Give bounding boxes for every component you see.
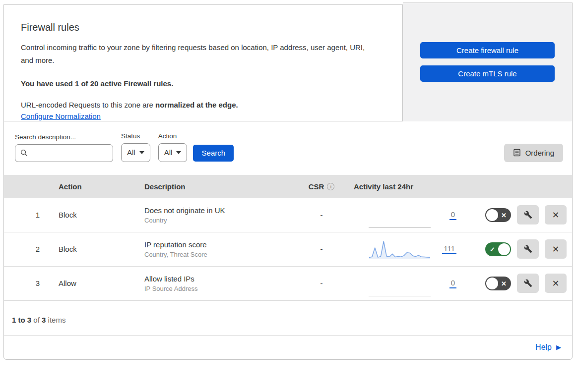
column-csr-label: CSR — [309, 182, 324, 191]
rule-index: 2 — [4, 245, 48, 253]
rule-controls: ✓ ✕ ✕ — [460, 274, 572, 293]
toggle-knob — [486, 209, 498, 221]
status-label: Status — [121, 132, 150, 140]
search-icon — [20, 149, 28, 157]
rule-index: 3 — [4, 279, 48, 287]
x-icon: ✕ — [501, 212, 507, 218]
toggle-knob — [498, 243, 510, 255]
pagination-summary: 1 to 3 of 3 items — [4, 301, 572, 335]
rule-enabled-toggle[interactable]: ✓ ✕ — [485, 242, 511, 256]
rule-action: Block — [48, 245, 133, 253]
rule-activity-cell: 111 — [346, 239, 460, 260]
column-action: Action — [48, 182, 133, 191]
normalization-text: URL-encoded Requests to this zone are — [21, 101, 155, 109]
x-icon: ✕ — [501, 280, 507, 286]
ordering-button[interactable]: Ordering — [504, 144, 563, 162]
wrench-icon — [524, 211, 532, 219]
activity-sparkline — [369, 211, 431, 228]
search-input[interactable] — [32, 149, 108, 158]
action-label: Action — [158, 132, 188, 140]
search-group: Search description... — [15, 133, 113, 162]
delete-rule-button[interactable]: ✕ — [545, 205, 567, 224]
info-icon[interactable]: i — [327, 183, 334, 190]
rule-description: IP reputation score — [144, 240, 297, 249]
action-selected-value: All — [164, 148, 173, 157]
summary-range: 1 to 3 — [12, 316, 31, 324]
rule-index: 1 — [4, 211, 48, 219]
rule-csr-value: - — [297, 211, 346, 219]
firewall-rules-page: Firewall rules Control incoming traffic … — [3, 2, 573, 360]
rule-criteria: IP Source Address — [144, 285, 297, 292]
rule-criteria: Country — [144, 217, 297, 224]
rules-panel: Search description... Status All Action — [3, 121, 573, 360]
rule-controls: ✓ ✕ ✕ — [460, 239, 572, 259]
create-firewall-rule-button[interactable]: Create firewall rule — [420, 42, 555, 58]
help-link-label: Help — [535, 343, 552, 352]
rule-description-cell: IP reputation score Country, Threat Scor… — [133, 240, 297, 258]
status-select[interactable]: All — [121, 143, 150, 162]
close-icon: ✕ — [552, 244, 559, 255]
rule-action: Block — [48, 211, 133, 219]
list-document-icon — [513, 149, 521, 157]
rule-description: Does not originate in UK — [144, 206, 297, 215]
cta-panel: Create firewall rule Create mTLS rule — [403, 2, 573, 121]
configure-normalization-link[interactable]: Configure Normalization — [21, 112, 101, 120]
search-button[interactable]: Search — [193, 145, 234, 162]
action-select[interactable]: All — [158, 143, 188, 162]
chevron-down-icon — [176, 151, 181, 154]
toggle-knob — [486, 278, 498, 289]
page-description: Control incoming traffic to your zone by… — [21, 41, 373, 67]
ordering-button-label: Ordering — [525, 149, 554, 157]
rule-activity-cell: 0 — [346, 202, 460, 228]
rule-description-cell: Does not originate in UK Country — [133, 206, 297, 224]
filter-bar: Search description... Status All Action — [4, 121, 572, 175]
wrench-icon — [524, 279, 532, 287]
delete-rule-button[interactable]: ✕ — [545, 239, 567, 259]
status-filter-group: Status All — [121, 132, 150, 162]
search-label: Search description... — [15, 133, 113, 141]
help-link[interactable]: Help ▶ — [535, 343, 561, 352]
check-icon: ✓ — [490, 246, 495, 252]
action-filter-group: Action All — [158, 132, 188, 162]
normalization-bold-text: normalized at the edge. — [155, 101, 238, 109]
rule-description-cell: Allow listed IPs IP Source Address — [133, 275, 297, 292]
column-csr: CSR i — [297, 182, 346, 191]
create-mtls-rule-button[interactable]: Create mTLS rule — [420, 65, 555, 82]
table-row: 3 Allow Allow listed IPs IP Source Addre… — [4, 267, 572, 301]
wrench-icon — [524, 245, 532, 253]
summary-of: of — [33, 316, 40, 324]
chevron-down-icon — [139, 151, 144, 154]
normalization-note: URL-encoded Requests to this zone are no… — [21, 101, 373, 109]
rule-activity-cell: 0 — [346, 271, 460, 296]
column-description: Description — [133, 182, 297, 191]
rule-controls: ✓ ✕ ✕ — [460, 205, 572, 224]
activity-sparkline — [369, 239, 431, 260]
column-activity: Activity last 24hr — [346, 182, 460, 191]
table-row: 2 Block IP reputation score Country, Thr… — [4, 232, 572, 267]
activity-sparkline — [369, 280, 431, 296]
activity-count-link[interactable]: 0 — [449, 210, 456, 220]
edit-rule-button[interactable] — [517, 274, 539, 293]
usage-note: You have used 1 of 20 active Firewall ru… — [21, 79, 373, 88]
activity-count-link[interactable]: 0 — [449, 279, 456, 288]
rule-enabled-toggle[interactable]: ✓ ✕ — [485, 277, 511, 290]
arrow-right-icon: ▶ — [556, 343, 561, 351]
delete-rule-button[interactable]: ✕ — [545, 274, 567, 293]
edit-rule-button[interactable] — [517, 205, 539, 224]
activity-count-link[interactable]: 111 — [442, 244, 456, 254]
summary-total: 3 — [42, 316, 46, 324]
rule-csr-value: - — [297, 279, 346, 287]
rule-criteria: Country, Threat Score — [144, 251, 297, 258]
rule-csr-value: - — [297, 245, 346, 253]
search-box — [15, 144, 113, 162]
close-icon: ✕ — [552, 210, 559, 221]
status-selected-value: All — [127, 148, 135, 157]
table-row: 1 Block Does not originate in UK Country… — [4, 198, 572, 232]
edit-rule-button[interactable] — [517, 239, 539, 259]
rule-enabled-toggle[interactable]: ✓ ✕ — [485, 208, 511, 222]
page-title: Firewall rules — [21, 22, 373, 33]
rule-description: Allow listed IPs — [144, 275, 297, 283]
help-bar: Help ▶ — [4, 335, 572, 359]
rule-action: Allow — [48, 279, 133, 287]
table-header: Action Description CSR i Activity last 2… — [4, 175, 572, 198]
